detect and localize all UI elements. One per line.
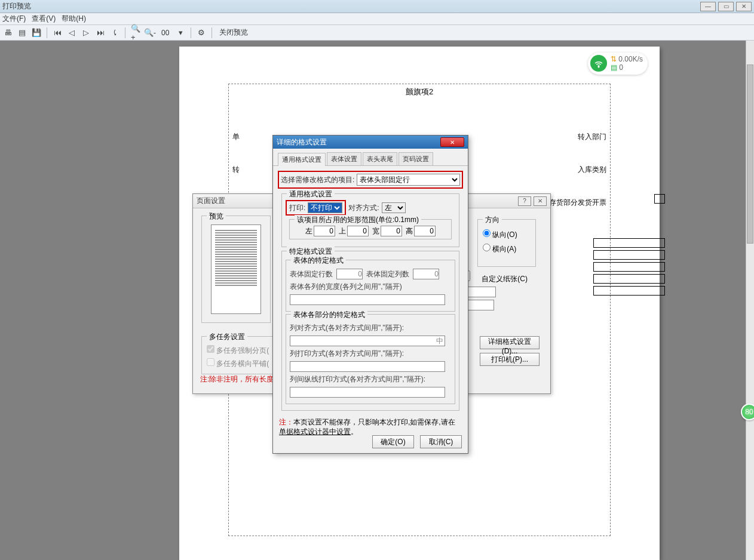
close-button[interactable]: ✕: [534, 196, 547, 206]
first-page-icon[interactable]: ⏮: [52, 27, 63, 38]
close-preview-button[interactable]: 关闭预览: [217, 27, 250, 38]
doc-box: [593, 238, 665, 248]
portrait-radio[interactable]: 纵向(O): [483, 229, 531, 240]
svg-point-0: [598, 67, 599, 68]
menu-bar: 文件(F) 查看(V) 帮助(H): [0, 13, 754, 25]
select-label: 选择需修改格式的项目:: [281, 175, 354, 185]
tab-headerfooter[interactable]: 表头表尾: [363, 152, 397, 165]
network-widget[interactable]: 0.00K/s 0: [588, 53, 648, 75]
rect-legend: 该项目所占用的矩形范围(单位:0.1mm): [295, 215, 421, 225]
wifi-icon: [590, 55, 607, 72]
align-select[interactable]: 左: [382, 202, 406, 213]
network-speed: 0.00K/s: [611, 55, 643, 63]
doc-box: [593, 286, 665, 296]
doc-box: [593, 274, 665, 284]
zoom-dropdown-icon[interactable]: ▾: [175, 27, 186, 38]
width-label: 宽: [372, 226, 379, 236]
horizontal-tile-checkbox: 多任务横向平铺(: [207, 358, 272, 369]
col-widths-input[interactable]: [290, 294, 445, 305]
common-legend: 通用格式设置: [287, 189, 335, 199]
goto-page-icon[interactable]: ⤹: [109, 27, 120, 38]
item-select[interactable]: 表体头部固定行: [357, 174, 460, 186]
dialog-buttons: 确定(O) 取消(C): [372, 435, 462, 448]
doc-field-left: 单: [232, 132, 240, 142]
multitask-fieldset: 多任务设置 多任务强制分页( 多任务横向平铺(: [198, 333, 281, 378]
help-button[interactable]: ?: [518, 196, 531, 206]
landscape-radio[interactable]: 横向(A): [483, 244, 531, 254]
dialog-titlebar: 详细的格式设置 ✕: [273, 136, 468, 149]
toolbar-separator: [125, 27, 125, 38]
multitask-legend: 多任务设置: [207, 332, 247, 342]
network-count: 0: [611, 63, 643, 72]
badge-value: 80: [745, 408, 753, 416]
zoom-in-icon[interactable]: 🔍+: [130, 27, 141, 38]
preview-fieldset: 预览: [198, 212, 274, 331]
tab-common[interactable]: 通用格式设置: [278, 153, 326, 166]
close-button[interactable]: ✕: [736, 2, 752, 11]
doc-box: [593, 262, 665, 272]
fixed-cols-input[interactable]: [413, 269, 439, 279]
ok-button[interactable]: 确定(O): [372, 435, 414, 448]
doc-box: [654, 194, 665, 204]
pagesetup-note: 注:除非注明，所有长度: [200, 374, 274, 384]
align-label: 对齐方式:: [348, 203, 379, 213]
col-vline-label: 列间纵线打印方式(各对齐方式间用","隔开):: [290, 374, 425, 384]
height-label: 高: [406, 226, 413, 236]
col-vline-input[interactable]: [290, 387, 445, 398]
width-input[interactable]: [466, 287, 496, 297]
menu-file[interactable]: 文件(F): [2, 14, 26, 24]
col-print-label: 列打印方式(各对齐方式间用","隔开):: [290, 349, 404, 359]
rect-fieldset: 该项目所占用的矩形范围(单位:0.1mm) 左 上 宽 高: [286, 219, 455, 239]
last-page-icon[interactable]: ⏭: [95, 27, 106, 38]
next-page-icon[interactable]: ▷: [81, 27, 91, 38]
toolbar-separator: [212, 27, 212, 38]
minimize-button[interactable]: —: [700, 2, 716, 11]
menu-help[interactable]: 帮助(H): [62, 14, 86, 24]
printer-button[interactable]: 打印机(P)...: [480, 353, 540, 366]
close-button[interactable]: ✕: [440, 137, 464, 147]
prev-page-icon[interactable]: ◁: [66, 27, 77, 38]
fixed-rows-label: 表体固定行数: [290, 269, 333, 279]
col-print-input[interactable]: [290, 361, 445, 372]
top-input[interactable]: [347, 226, 369, 236]
fixed-rows-input[interactable]: [336, 269, 363, 279]
zoom-out-icon[interactable]: 🔍-: [145, 27, 155, 38]
window-titlebar: 打印预览 — ▭ ✕: [0, 0, 754, 13]
toolbar: 🖶 ▤ 💾 ⏮ ◁ ▷ ⏭ ⤹ 🔍+ 🔍- 00 ▾ ⚙ 关闭预览: [0, 25, 754, 41]
document-title: 颤旗项2: [229, 87, 610, 97]
assistant-badge[interactable]: 80: [741, 404, 754, 420]
preview-legend: 预览: [207, 211, 226, 221]
doc-field-type: 入库类别: [578, 165, 606, 175]
orientation-fieldset: 方向 纵向(O) 横向(A): [474, 216, 540, 270]
height-input[interactable]: [464, 300, 494, 310]
settings-icon[interactable]: ⚙: [196, 27, 207, 38]
maximize-button[interactable]: ▭: [718, 2, 734, 11]
open-icon[interactable]: ▤: [17, 27, 27, 38]
scrollbar-thumb[interactable]: [747, 64, 753, 244]
cancel-button[interactable]: 取消(C): [420, 435, 462, 448]
left-input[interactable]: [314, 226, 335, 236]
width-input[interactable]: [381, 226, 402, 236]
zoom-value[interactable]: 00: [159, 29, 171, 37]
tab-body[interactable]: 表体设置: [327, 152, 361, 165]
print-icon[interactable]: 🖶: [2, 27, 13, 38]
print-label: 打印:: [289, 203, 305, 213]
force-pagebreak-checkbox: 多任务强制分页(: [207, 345, 272, 356]
print-highlight: 打印: 不打印: [286, 200, 346, 216]
tab-strip: 通用格式设置 表体设置 表头表尾 页码设置: [273, 149, 468, 166]
vertical-scrollbar[interactable]: [746, 41, 754, 560]
doc-box: [593, 250, 665, 260]
save-icon[interactable]: 💾: [31, 27, 42, 38]
parts-legend: 表体各部分的特定格式: [291, 310, 367, 320]
height-input[interactable]: [414, 226, 436, 236]
toolbar-separator: [191, 27, 191, 38]
col-align-input[interactable]: [290, 336, 445, 346]
doc-field-dept: 转入部门: [578, 132, 606, 142]
doc-field-left: 转: [232, 165, 240, 175]
print-select[interactable]: 不打印: [308, 202, 342, 213]
detail-format-button[interactable]: 详细格式设置(D)...: [480, 336, 540, 349]
menu-view[interactable]: 查看(V): [32, 14, 56, 24]
item-select-row: 选择需修改格式的项目: 表体头部固定行: [278, 171, 463, 189]
tab-pagenum[interactable]: 页码设置: [399, 152, 433, 165]
left-label: 左: [305, 226, 312, 236]
